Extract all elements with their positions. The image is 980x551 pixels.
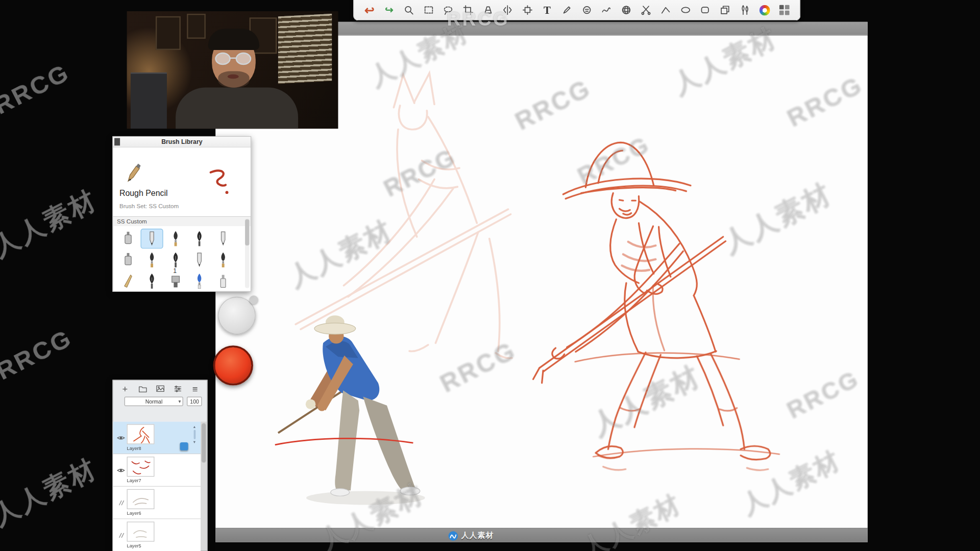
add-layer-icon[interactable]: +: [119, 383, 131, 394]
layers-menu-icon[interactable]: ≡: [189, 383, 201, 394]
main-toolbar: ↩ ↪ T: [353, 0, 801, 20]
crop-icon[interactable]: [461, 3, 475, 17]
brush-stroke-sample: [206, 166, 233, 200]
brush-preview: Rough Pencil Brush Set: SS Custom: [113, 147, 251, 216]
presenter-cap: [208, 29, 259, 50]
layer-thumbnail: Layer8: [127, 424, 155, 451]
brush-library-header[interactable]: Brush Library: [113, 137, 251, 147]
undo-icon[interactable]: ↩: [362, 3, 376, 17]
rounded-shape-icon[interactable]: [698, 3, 712, 17]
brush-swatch[interactable]: [212, 229, 234, 248]
pen-nib-icon[interactable]: [738, 3, 752, 17]
glasses-lens: [236, 53, 252, 65]
cut-icon[interactable]: [639, 3, 653, 17]
brush-swatch[interactable]: [164, 229, 187, 248]
text-tool-icon[interactable]: T: [541, 3, 554, 17]
brush-swatch[interactable]: [188, 250, 211, 270]
brush-swatch[interactable]: [117, 250, 139, 270]
glasses-lens: [215, 53, 231, 65]
layer-name: Layer5: [127, 543, 155, 548]
layers-toolbar: + ≡: [113, 381, 207, 397]
redo-icon[interactable]: ↪: [382, 3, 396, 17]
brush-swatch[interactable]: [212, 250, 234, 270]
lasso-select-icon[interactable]: [442, 3, 455, 17]
brush-swatch[interactable]: [188, 229, 211, 248]
brush-swatch[interactable]: [141, 271, 163, 291]
brush-swatch[interactable]: [188, 271, 211, 291]
polyline-icon[interactable]: [659, 3, 673, 17]
blend-mode-dropdown[interactable]: Normal ▾: [125, 397, 184, 406]
perspective-grid-icon[interactable]: [481, 3, 495, 17]
brush-swatch-selected[interactable]: [141, 229, 163, 248]
layer-list: Layer8 ▴▾ Layer7 Layer6: [113, 422, 201, 550]
wall-picture: [187, 14, 206, 39]
puck-satellite-dot[interactable]: [250, 295, 258, 304]
layer-name: Layer8: [127, 445, 155, 451]
layers-panel: + ≡ Normal ▾ 100 Layer8 ▴▾: [112, 380, 207, 551]
file-cabinet: [131, 72, 167, 129]
renren-logo-icon: [448, 531, 458, 541]
layer-name: Layer7: [127, 478, 155, 484]
brush-swatch[interactable]: [117, 271, 139, 291]
layer-thumbnail: Layer5: [127, 521, 155, 548]
brush-library-title: Brush Library: [161, 138, 202, 145]
layers-scrollbar[interactable]: [201, 422, 207, 550]
adjustments-icon[interactable]: [172, 383, 183, 394]
brush-name: Rough Pencil: [119, 189, 168, 198]
layer-hidden-icon[interactable]: [116, 499, 126, 506]
stamp-icon[interactable]: [580, 3, 594, 17]
panel-handle-icon[interactable]: [114, 138, 120, 146]
ellipse-icon[interactable]: [679, 3, 693, 17]
layer-opacity-value[interactable]: 100: [187, 397, 202, 406]
symmetry-icon[interactable]: [501, 3, 514, 17]
color-wheel-icon[interactable]: [757, 3, 771, 17]
import-image-icon[interactable]: [154, 383, 165, 394]
transform-icon[interactable]: [521, 3, 534, 17]
watermark-text: 人人素材: [0, 451, 103, 533]
footer-logo-text: 人人素材: [461, 531, 494, 541]
presenter-webcam: [127, 11, 338, 129]
brush-count-badge: 1: [173, 267, 177, 274]
layer-name: Layer6: [127, 510, 155, 516]
layer-thumbnail: Layer6: [127, 489, 155, 516]
main-sketch-figure: [533, 142, 779, 470]
layer-selected-badge[interactable]: [180, 442, 188, 450]
brush-library-panel: Brush Library Rough Pencil Brush Set: SS…: [112, 136, 251, 292]
marquee-select-icon[interactable]: [422, 3, 435, 17]
window-blinds: [278, 14, 332, 84]
renren-logo: 人人素材: [448, 531, 494, 541]
sphere-guide-icon[interactable]: [619, 3, 633, 17]
layer-row-layer7[interactable]: Layer7: [113, 454, 201, 487]
brush-swatch[interactable]: [117, 229, 139, 248]
layer-row-layer8[interactable]: Layer8 ▴▾: [113, 422, 201, 455]
pencil-icon[interactable]: [560, 3, 574, 17]
layer-thumbnail: Layer7: [127, 457, 155, 484]
layer-opacity-slider[interactable]: ▴▾: [190, 424, 198, 444]
color-puck[interactable]: [213, 345, 253, 385]
eye-icon[interactable]: [116, 435, 126, 441]
watermark-text: RRCG: [0, 58, 75, 120]
ink-stroke-icon[interactable]: [600, 3, 614, 17]
presenter-mouth: [228, 74, 239, 79]
chevron-down-icon: ▾: [178, 397, 181, 406]
brush-set-section-title: SS Custom: [113, 216, 251, 227]
layout-blocks-icon[interactable]: [777, 3, 791, 17]
layer-row-layer6[interactable]: Layer6: [113, 487, 201, 519]
layer-group-icon[interactable]: [137, 383, 148, 394]
zoom-icon[interactable]: [402, 3, 416, 17]
brush-grid: 1: [113, 226, 251, 293]
duplicate-icon[interactable]: [718, 3, 732, 17]
eye-icon[interactable]: [116, 467, 126, 473]
brush-swatch[interactable]: [141, 250, 163, 270]
presenter-torso: [176, 87, 298, 129]
layer-row-layer5[interactable]: Layer5: [113, 519, 201, 551]
rough-pencil-icon: [123, 162, 142, 185]
brush-set-label: Brush Set: SS Custom: [119, 203, 179, 209]
blend-mode-value: Normal: [145, 398, 163, 405]
blend-controls: Normal ▾ 100: [113, 397, 207, 409]
brush-swatch[interactable]: [212, 271, 234, 291]
watermark-text: 人人素材: [0, 183, 103, 265]
layer-hidden-icon[interactable]: [116, 532, 126, 538]
presenter-beard: [218, 71, 249, 88]
brush-grid-scrollbar[interactable]: [245, 218, 250, 288]
